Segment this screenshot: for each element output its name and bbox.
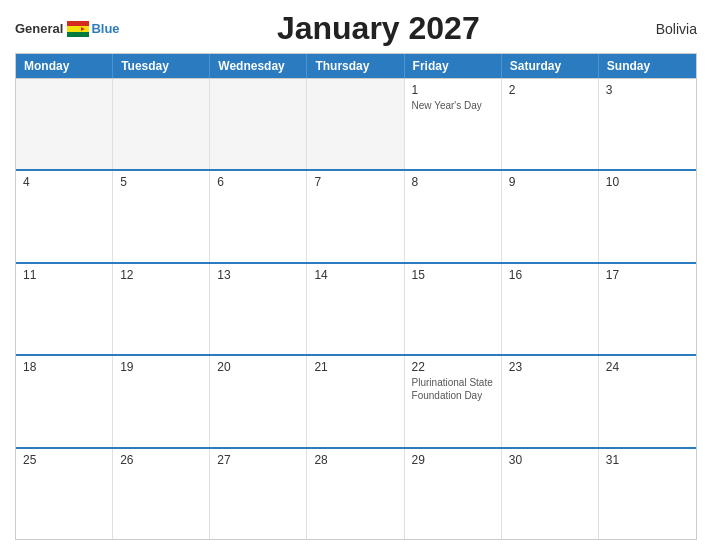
day-header-saturday: Saturday bbox=[502, 54, 599, 78]
day-cell: 28 bbox=[307, 449, 404, 539]
day-cell: 31 bbox=[599, 449, 696, 539]
day-cell: 6 bbox=[210, 171, 307, 261]
day-cell: 15 bbox=[405, 264, 502, 354]
country-label: Bolivia bbox=[637, 21, 697, 37]
day-cell: 16 bbox=[502, 264, 599, 354]
day-cell: 4 bbox=[16, 171, 113, 261]
day-cell bbox=[16, 79, 113, 169]
day-cell: 7 bbox=[307, 171, 404, 261]
day-cell: 18 bbox=[16, 356, 113, 446]
day-cell: 1New Year's Day bbox=[405, 79, 502, 169]
day-number: 28 bbox=[314, 453, 396, 467]
day-cell: 3 bbox=[599, 79, 696, 169]
day-cell: 23 bbox=[502, 356, 599, 446]
day-cell: 8 bbox=[405, 171, 502, 261]
svg-rect-0 bbox=[67, 21, 89, 26]
day-header-thursday: Thursday bbox=[307, 54, 404, 78]
calendar-grid: MondayTuesdayWednesdayThursdayFridaySatu… bbox=[15, 53, 697, 540]
day-number: 7 bbox=[314, 175, 396, 189]
day-cell: 5 bbox=[113, 171, 210, 261]
day-number: 26 bbox=[120, 453, 202, 467]
day-headers-row: MondayTuesdayWednesdayThursdayFridaySatu… bbox=[16, 54, 696, 78]
weeks-container: 1New Year's Day2345678910111213141516171… bbox=[16, 78, 696, 539]
day-number: 11 bbox=[23, 268, 105, 282]
day-number: 14 bbox=[314, 268, 396, 282]
logo-flag-icon bbox=[67, 21, 89, 37]
day-cell: 19 bbox=[113, 356, 210, 446]
day-number: 9 bbox=[509, 175, 591, 189]
day-number: 12 bbox=[120, 268, 202, 282]
day-number: 30 bbox=[509, 453, 591, 467]
calendar-page: General Blue January 2027 Bolivia Monday… bbox=[0, 0, 712, 550]
holiday-label: Plurinational State Foundation Day bbox=[412, 376, 494, 402]
day-cell: 17 bbox=[599, 264, 696, 354]
day-number: 13 bbox=[217, 268, 299, 282]
day-number: 15 bbox=[412, 268, 494, 282]
week-row-0: 1New Year's Day23 bbox=[16, 78, 696, 169]
calendar-title: January 2027 bbox=[120, 10, 637, 47]
svg-rect-1 bbox=[67, 26, 89, 32]
week-row-4: 25262728293031 bbox=[16, 447, 696, 539]
logo-general-text: General bbox=[15, 21, 63, 36]
holiday-label: New Year's Day bbox=[412, 99, 494, 112]
day-number: 18 bbox=[23, 360, 105, 374]
day-cell: 25 bbox=[16, 449, 113, 539]
day-number: 8 bbox=[412, 175, 494, 189]
day-cell bbox=[210, 79, 307, 169]
logo-blue-text: Blue bbox=[91, 21, 119, 36]
calendar-header: General Blue January 2027 Bolivia bbox=[15, 10, 697, 47]
day-cell: 14 bbox=[307, 264, 404, 354]
day-number: 23 bbox=[509, 360, 591, 374]
day-cell: 21 bbox=[307, 356, 404, 446]
day-cell: 2 bbox=[502, 79, 599, 169]
day-cell: 29 bbox=[405, 449, 502, 539]
day-number: 24 bbox=[606, 360, 689, 374]
day-number: 25 bbox=[23, 453, 105, 467]
day-cell: 12 bbox=[113, 264, 210, 354]
day-number: 21 bbox=[314, 360, 396, 374]
day-cell: 27 bbox=[210, 449, 307, 539]
day-cell: 20 bbox=[210, 356, 307, 446]
day-number: 22 bbox=[412, 360, 494, 374]
day-number: 10 bbox=[606, 175, 689, 189]
week-row-3: 1819202122Plurinational State Foundation… bbox=[16, 354, 696, 446]
day-cell bbox=[113, 79, 210, 169]
day-number: 3 bbox=[606, 83, 689, 97]
day-number: 31 bbox=[606, 453, 689, 467]
day-cell: 22Plurinational State Foundation Day bbox=[405, 356, 502, 446]
day-number: 16 bbox=[509, 268, 591, 282]
day-number: 20 bbox=[217, 360, 299, 374]
day-cell: 26 bbox=[113, 449, 210, 539]
day-number: 17 bbox=[606, 268, 689, 282]
day-number: 5 bbox=[120, 175, 202, 189]
day-number: 1 bbox=[412, 83, 494, 97]
day-cell: 9 bbox=[502, 171, 599, 261]
day-number: 2 bbox=[509, 83, 591, 97]
day-number: 29 bbox=[412, 453, 494, 467]
day-cell bbox=[307, 79, 404, 169]
day-cell: 10 bbox=[599, 171, 696, 261]
day-header-monday: Monday bbox=[16, 54, 113, 78]
day-cell: 13 bbox=[210, 264, 307, 354]
week-row-2: 11121314151617 bbox=[16, 262, 696, 354]
day-cell: 30 bbox=[502, 449, 599, 539]
logo: General Blue bbox=[15, 21, 120, 37]
day-header-tuesday: Tuesday bbox=[113, 54, 210, 78]
day-number: 19 bbox=[120, 360, 202, 374]
day-header-sunday: Sunday bbox=[599, 54, 696, 78]
day-header-wednesday: Wednesday bbox=[210, 54, 307, 78]
day-cell: 11 bbox=[16, 264, 113, 354]
svg-rect-2 bbox=[67, 32, 89, 37]
day-number: 27 bbox=[217, 453, 299, 467]
week-row-1: 45678910 bbox=[16, 169, 696, 261]
day-cell: 24 bbox=[599, 356, 696, 446]
day-number: 4 bbox=[23, 175, 105, 189]
day-header-friday: Friday bbox=[405, 54, 502, 78]
day-number: 6 bbox=[217, 175, 299, 189]
